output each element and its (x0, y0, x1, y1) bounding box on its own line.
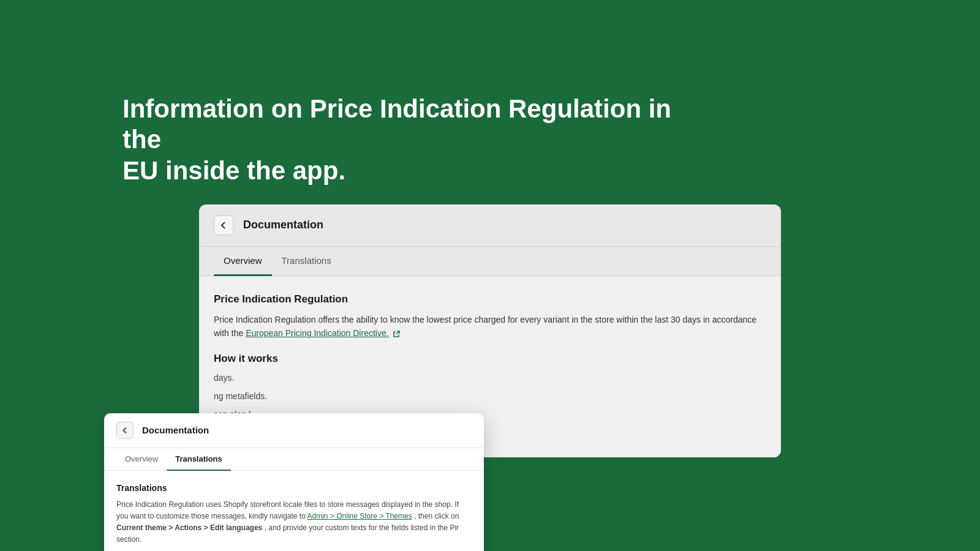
popup-back-button[interactable] (116, 422, 134, 439)
tab-translations[interactable]: Translations (272, 247, 341, 276)
body-text-days: days. (214, 371, 766, 384)
popup-admin-link[interactable]: Admin > Online Store > Themes (307, 512, 412, 520)
card-header: Documentation (199, 204, 781, 247)
popup-header: Documentation (104, 413, 484, 448)
body-text-metafields: ng metafields. (214, 389, 766, 403)
tab-overview[interactable]: Overview (214, 247, 272, 276)
how-it-works-title: How it works (214, 353, 766, 365)
popup-tabs: Overview Translations (104, 448, 484, 471)
page-title: Information on Price Indication Regulati… (123, 94, 704, 186)
main-card: Documentation Overview Translations Pric… (199, 204, 781, 457)
overview-section-text: Price Indication Regulation offers the a… (214, 313, 766, 340)
overview-section-title: Price Indication Regulation (214, 293, 766, 305)
popup-tab-overview[interactable]: Overview (116, 448, 167, 471)
tabs-bar: Overview Translations (199, 247, 781, 276)
popup-translations-text: Price Indication Regulation uses Shopify… (116, 499, 472, 546)
popup-card: Documentation Overview Translations Tran… (104, 413, 484, 552)
european-directive-link[interactable]: European Pricing Indication Directive. (246, 328, 388, 338)
popup-body: Translations Price Indication Regulation… (104, 471, 484, 552)
card-header-title: Documentation (243, 219, 323, 231)
back-button[interactable] (214, 216, 233, 235)
popup-tab-translations[interactable]: Translations (167, 448, 231, 471)
popup-card-title: Documentation (142, 425, 209, 435)
popup-translations-title: Translations (116, 483, 472, 493)
